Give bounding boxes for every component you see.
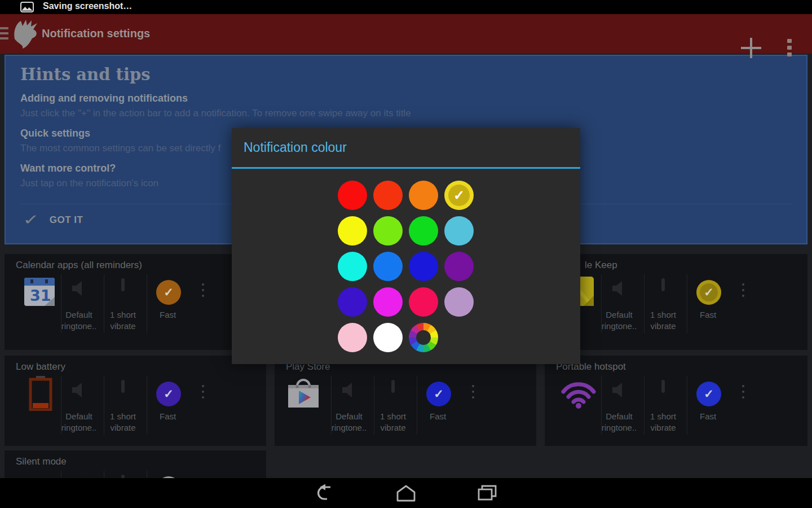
- speed-label: Fast: [415, 411, 462, 422]
- card-overflow-icon[interactable]: [202, 283, 204, 300]
- vibrate-icon: [121, 382, 125, 392]
- colour-check-icon: ✓: [156, 280, 181, 305]
- speed-label: Fast: [685, 411, 732, 422]
- play-store-app-icon[interactable]: [286, 376, 321, 411]
- screenshot-image-icon: [20, 2, 34, 15]
- divider: [147, 274, 147, 333]
- vibrate-icon: [661, 382, 665, 392]
- color-swatch-orange[interactable]: [409, 181, 438, 210]
- vibrate-label: 1 short vibrate: [99, 411, 147, 433]
- status-message: Saving screenshot…: [43, 1, 132, 11]
- vibrate-label: 1 short vibrate: [369, 411, 417, 433]
- vibrate-icon: [121, 280, 125, 290]
- ringtone-label: Default ringtone..: [595, 411, 643, 433]
- colour-check-icon: ✓: [426, 382, 451, 406]
- speaker-icon: [611, 382, 628, 401]
- add-notification-icon[interactable]: [741, 38, 761, 58]
- color-swatch-purple[interactable]: [444, 252, 474, 281]
- vibrate-label: 1 short vibrate: [639, 411, 687, 433]
- color-swatch-blue[interactable]: [409, 252, 438, 281]
- hint-heading: Adding and removing notifications: [20, 93, 795, 104]
- card-overflow-icon[interactable]: [742, 283, 744, 300]
- check-icon: ✓: [453, 187, 465, 203]
- speed-label: Fast: [145, 411, 192, 422]
- color-swatch-cyan[interactable]: [338, 252, 367, 281]
- divider: [417, 376, 417, 435]
- got-it-label: GOT IT: [50, 214, 83, 226]
- ringtone-label: Default ringtone..: [325, 411, 373, 433]
- divider: [687, 274, 687, 333]
- vibrate-icon: [661, 280, 665, 290]
- navigation-bar: [0, 478, 812, 508]
- vibrate-label: 1 short vibrate: [639, 309, 687, 332]
- card-keep: le Keep Default ringtone.. 1 short vibra…: [545, 254, 807, 350]
- color-swatch-custom-colour-wheel[interactable]: [409, 323, 438, 352]
- speaker-icon: [70, 382, 87, 401]
- speaker-icon: [341, 382, 358, 401]
- dialog-title: Notification colour: [244, 128, 347, 167]
- vibrate-icon: [391, 382, 395, 392]
- color-swatch-red-orange[interactable]: [373, 181, 403, 210]
- card-title: Low battery: [16, 361, 65, 373]
- colour-check-icon: ✓: [696, 382, 721, 406]
- color-swatch-green[interactable]: [409, 216, 438, 246]
- recents-icon[interactable]: [476, 484, 498, 503]
- card-hotspot: Portable hotspot Default ringtone.. 1 sh…: [545, 356, 807, 446]
- home-icon[interactable]: [395, 484, 417, 503]
- vibrate-label: 1 short vibrate: [99, 309, 147, 332]
- page-title: Notification settings: [42, 27, 150, 40]
- wifi-hotspot-icon[interactable]: [561, 379, 597, 411]
- card-calendar: Calendar apps (all reminders)31 Default …: [5, 254, 266, 350]
- card-title: Silent mode: [16, 456, 67, 467]
- divider: [687, 376, 687, 435]
- speed-label: Fast: [145, 309, 192, 321]
- svg-text:31: 31: [30, 287, 51, 304]
- color-swatch-pink[interactable]: [338, 323, 367, 352]
- check-icon: ✓: [23, 211, 39, 229]
- hamburger-menu-icon[interactable]: [0, 27, 8, 42]
- card-title: Calendar apps (all reminders): [16, 260, 142, 271]
- speaker-icon: [611, 280, 628, 299]
- card-low-battery: Low battery Default ringtone.. 1 short v…: [5, 356, 266, 446]
- color-swatch-raspberry[interactable]: [409, 287, 438, 317]
- ringtone-label: Default ringtone..: [595, 309, 643, 332]
- card-overflow-icon[interactable]: [202, 385, 204, 402]
- color-swatch-chartreuse[interactable]: [373, 216, 403, 246]
- hints-title: Hints and tips: [20, 65, 795, 84]
- divider: [147, 376, 147, 435]
- overflow-menu-icon[interactable]: [787, 39, 792, 59]
- colour-check-icon: ✓: [696, 280, 721, 305]
- color-swatch-white[interactable]: [373, 323, 403, 352]
- color-swatch-azure[interactable]: [373, 252, 403, 281]
- color-swatch-red[interactable]: [338, 181, 367, 210]
- speed-label: Fast: [685, 309, 732, 321]
- back-icon[interactable]: [315, 484, 337, 503]
- color-swatch-gold[interactable]: ✓: [444, 181, 474, 210]
- color-swatch-indigo[interactable]: [338, 287, 367, 317]
- card-play-store: Play Store Default ringtone.. 1 short vi…: [275, 356, 536, 446]
- action-bar: Notification settings: [0, 14, 812, 54]
- color-swatch-sky-blue[interactable]: [444, 216, 474, 246]
- app-logo-icon: [11, 19, 41, 51]
- colour-check-icon: ✓: [156, 382, 181, 406]
- hint-body: Just click the "+" in the action bar to …: [20, 108, 795, 119]
- notification-colour-dialog: Notification colour ✓: [232, 128, 580, 364]
- calendar-app-icon[interactable]: 31: [23, 275, 56, 309]
- ringtone-label: Default ringtone..: [55, 309, 103, 332]
- card-overflow-icon[interactable]: [742, 385, 744, 402]
- ringtone-label: Default ringtone..: [55, 411, 103, 433]
- status-bar: Saving screenshot…: [0, 0, 812, 14]
- card-title: le Keep: [585, 260, 617, 271]
- color-swatch-yellow[interactable]: [338, 216, 367, 246]
- low-battery-icon[interactable]: [28, 376, 53, 413]
- screen: Saving screenshot… Notification settings…: [0, 0, 812, 508]
- color-swatch-plum[interactable]: [444, 287, 474, 317]
- dialog-title-rule: [232, 167, 580, 169]
- card-overflow-icon[interactable]: [472, 385, 474, 402]
- speaker-icon: [70, 280, 87, 299]
- color-swatch-magenta[interactable]: [373, 287, 403, 317]
